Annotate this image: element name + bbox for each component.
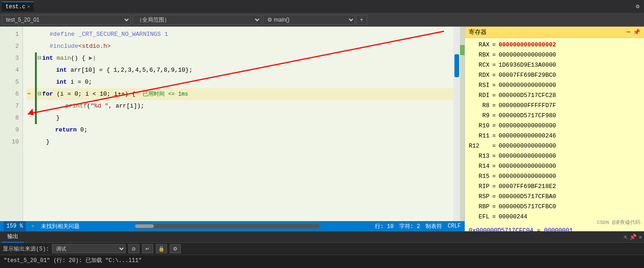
reg-row-rdx: RDX = 00007FF69BF29BC0 [469, 70, 640, 80]
status-ok-icon: ● [31, 223, 34, 229]
register-panel-controls: — 📌 [627, 29, 640, 36]
settings-icon[interactable]: ⚙ [633, 3, 642, 10]
minimap [460, 27, 465, 221]
reg-row-r9: R9 = 000000D5717CF980 [469, 111, 640, 121]
output-content: "test_5_20_01" (行: 20): 已加载 "C:\...l11" [0, 255, 644, 266]
reg-row-r10: R10 = 0000000000000000 [469, 121, 640, 131]
reg-row-r11: R11 = 0000000000000246 [469, 131, 640, 141]
reg-row-r8: R8 = 00000000FFFFFD7F [469, 101, 640, 111]
line-ending: CRLF [448, 223, 461, 229]
reg-row-rbp: RBP = 000000D5717CFBC0 [469, 202, 640, 212]
indent-type: 制表符 [426, 222, 442, 230]
reg-row-rdi: RDI = 000000D5717CFC28 [469, 91, 640, 101]
file-tab-name: test.c [6, 4, 25, 10]
csdn-watermark: CSDN @凌夜磕代码 [597, 217, 640, 228]
reg-val-rax: 0000000000000002 [499, 40, 556, 50]
register-panel-min[interactable]: — [627, 29, 630, 36]
output-wrap-button[interactable]: ↵ [142, 244, 153, 253]
bottom-tab-bar: 输出 ⇱ 📌 ✕ [0, 232, 644, 243]
line-numbers: 1 2 3 4 5 6 7 8 9 10 [0, 27, 23, 221]
file-selector[interactable]: test_5_20_01 [2, 15, 131, 25]
output-text: "test_5_20_01" (行: 20): 已加载 "C:\...l11" [4, 257, 142, 264]
reg-row-rbx: RBX = 0000000000000000 [469, 50, 640, 60]
register-panel-header: 寄存器 — 📌 [465, 27, 644, 38]
reg-row-r12: R12 = 0000000000000000 [469, 141, 640, 151]
output-tab[interactable]: 输出 [2, 232, 24, 243]
code-line-6: ➡ ⊟ for (i = 0; i < 10; i++) { 已用时间 <= 1… [27, 88, 454, 100]
vertical-scrollbar[interactable] [454, 27, 460, 221]
bottom-panel-icons: ⇱ 📌 ✕ [624, 234, 642, 241]
code-line-2: • #include<stdio.h> [27, 40, 454, 52]
reg-row-rcx: RCX = 1D6936D9E13A0000 [469, 60, 640, 70]
code-line-10: } [27, 136, 454, 148]
code-line-8: } [27, 112, 454, 124]
code-editor: 1 2 3 4 5 6 7 8 9 10 [0, 27, 465, 231]
code-line-3: ⊟ int main() { ▶| [27, 52, 454, 64]
reg-row-r13: R13 = 0000000000000000 [469, 151, 640, 161]
reg-row-rax: RAX = 0000000000000002 [469, 40, 640, 50]
h-scroll-thumb[interactable] [135, 224, 154, 228]
bottom-float-icon[interactable]: ⇱ [624, 234, 627, 241]
output-clear-button[interactable]: ⊘ [128, 244, 139, 253]
reg-row-r15: R15 = 0000000000000000 [469, 171, 640, 182]
code-line-7: printf("%d ", arr[i]); [27, 100, 454, 112]
reg-row-rsi: RSI = 0000000000000000 [469, 80, 640, 91]
code-content[interactable]: • #define _CRT_SECURE_NO_WARNINGS 1 • #i… [23, 27, 454, 221]
code-line-1: • #define _CRT_SECURE_NO_WARNINGS 1 [27, 29, 454, 40]
bottom-panel: 输出 ⇱ 📌 ✕ 显示输出来源(S): 调试 ⊘ ↵ 🔒 ⚙ "test_5_2… [0, 231, 644, 268]
editor-content: 1 2 3 4 5 6 7 8 9 10 [0, 27, 465, 221]
code-line-5: int i = 0; [27, 76, 454, 88]
minimap-highlight [460, 45, 465, 55]
bottom-toolbar: 显示输出来源(S): 调试 ⊘ ↵ 🔒 ⚙ [0, 243, 644, 255]
code-line-9: return 0; [27, 124, 454, 136]
reg-name-rax: RAX [469, 40, 489, 50]
code-line-4: int arr[10] = { 1,2,3,4,5,6,7,8,9,10}; [27, 64, 454, 76]
output-settings-button[interactable]: ⚙ [170, 244, 181, 253]
main-area: 1 2 3 4 5 6 7 8 9 10 [0, 27, 644, 231]
debug-arrow-icon: ➡ [27, 88, 35, 100]
col-indicator: 字符: 2 [399, 222, 420, 230]
register-panel-title: 寄存器 [469, 28, 487, 36]
register-panel-pin[interactable]: 📌 [633, 29, 640, 36]
scroll-thumb[interactable] [454, 54, 459, 77]
output-lock-button[interactable]: 🔒 [156, 244, 167, 253]
register-panel: 寄存器 — 📌 RAX = 0000000000000002 RBX = 000… [465, 27, 644, 231]
bottom-pin-icon[interactable]: 📌 [629, 234, 637, 241]
reg-row-rsp: RSP = 000000D5717CFBA0 [469, 192, 640, 202]
status-bar: 159 % ● 未找到相关问题 行: 10 字符: 2 制表符 CRLF [0, 221, 465, 231]
bottom-close-icon[interactable]: ✕ [638, 234, 642, 241]
reg-row-rip: RIP = 00007FF69BF218E2 [469, 182, 640, 192]
zoom-level[interactable]: 159 % [4, 221, 26, 231]
file-tab[interactable]: test.c × [2, 1, 34, 11]
toolbar: test_5_20_01 （全局范围） ⚙ main() + [0, 13, 644, 27]
source-label: 显示输出来源(S): [3, 245, 49, 253]
tab-bar: test.c × ⚙ [0, 0, 644, 13]
register-list: RAX = 0000000000000002 RBX = 00000000000… [465, 38, 644, 231]
horizontal-scrollbar[interactable] [135, 224, 319, 228]
reg-row-r14: R14 = 0000000000000000 [469, 161, 640, 171]
output-source-selector[interactable]: 调试 [52, 244, 126, 253]
row-indicator: 行: 10 [375, 222, 394, 230]
scope-selector[interactable]: （全局范围） [132, 15, 261, 25]
output-tab-label: 输出 [7, 233, 18, 240]
pin-button[interactable]: + [356, 15, 367, 25]
tab-close-button[interactable]: × [27, 5, 30, 10]
function-selector[interactable]: ⚙ main() [263, 15, 355, 25]
status-message: 未找到相关问题 [41, 222, 80, 230]
